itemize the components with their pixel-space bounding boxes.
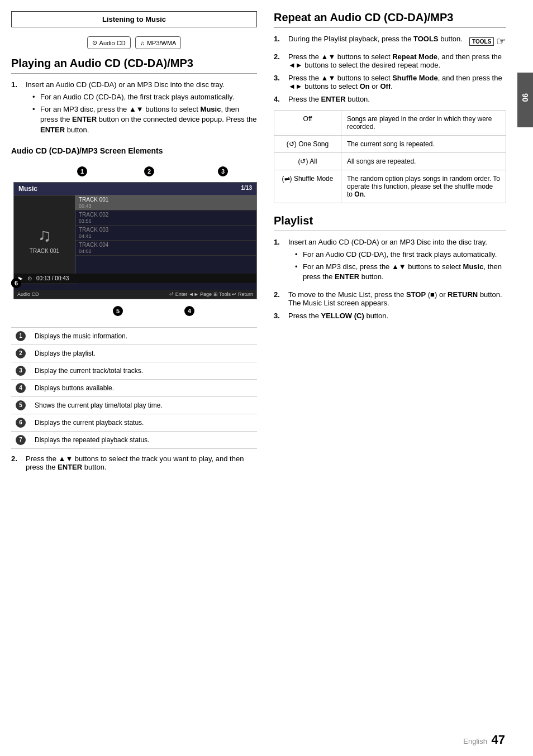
ann-row-6: 6 Displays the current playback status. bbox=[11, 414, 257, 431]
repeat-heading: Repeat an Audio CD (CD-DA)/MP3 bbox=[274, 11, 506, 28]
repeat-step-4-num: 4. bbox=[274, 95, 286, 103]
disc-icon: ⊙ bbox=[27, 275, 32, 281]
tab-chapter-number: 06 bbox=[521, 93, 530, 102]
ann-row-2: 2 Displays the playlist. bbox=[11, 344, 257, 362]
icons-row: ⊙ Audio CD ♫ MP3/WMA bbox=[11, 36, 257, 49]
ann-1-num: 1 bbox=[11, 327, 30, 344]
screen-body: ♫ TRACK 001 TRACK 00100:43 TRACK 00203:5… bbox=[14, 195, 256, 284]
ann-3-num: 3 bbox=[11, 362, 30, 379]
playlist-step-2-num: 2. bbox=[274, 290, 286, 299]
repeat-step-1: 1. During the Playlist playback, press t… bbox=[274, 35, 506, 48]
repeat-step-2-num: 2. bbox=[274, 52, 286, 61]
steps-list-2: 2. Press the ▲▼ buttons to select the tr… bbox=[11, 454, 257, 471]
bullet-2: For an MP3 disc, press the ▲▼ buttons to… bbox=[32, 104, 257, 135]
ann-row-7: 7 Displays the repeated playback status. bbox=[11, 431, 257, 448]
step-1: 1. Insert an Audio CD (CD-DA) or an MP3 … bbox=[11, 80, 257, 138]
screen-header: Music 1/13 bbox=[14, 183, 256, 195]
footer-lang: English bbox=[463, 737, 487, 745]
playlist-step-3-content: Press the YELLOW (C) button. bbox=[288, 312, 388, 320]
mp3-wma-badge: ♫ MP3/WMA bbox=[135, 36, 182, 49]
bottom-bar: Audio CD ⏎ Enter ◄► Page ⊞ Tools ↩ Retur… bbox=[14, 290, 256, 299]
callout-6: 6 bbox=[11, 278, 21, 288]
ann-7-desc: Displays the repeated playback status. bbox=[30, 431, 257, 448]
repeat-step-4: 4. Press the ENTER button. bbox=[274, 95, 506, 103]
step-2-num: 2. bbox=[11, 454, 23, 463]
repeat-row-all: (↺) All All songs are repeated. bbox=[274, 153, 506, 170]
ann-7-num: 7 bbox=[11, 431, 30, 448]
tab-chapter-label: Basic Functions bbox=[512, 78, 518, 122]
music-label: Music bbox=[18, 185, 37, 193]
repeat-step-3-content: Press the ▲▼ buttons to select Shuffle M… bbox=[288, 74, 506, 90]
playlist-section: Playlist 1. Insert an Audio CD (CD-DA) o… bbox=[274, 214, 506, 320]
ann-2-desc: Displays the playlist. bbox=[30, 344, 257, 362]
audio-cd-badge: ⊙ Audio CD bbox=[87, 36, 131, 49]
ann-row-3: 3 Display the current track/total tracks… bbox=[11, 362, 257, 379]
mode-all: (↺) All bbox=[274, 153, 341, 170]
main-content: Listening to Music ⊙ Audio CD ♫ MP3/WMA … bbox=[0, 0, 517, 487]
desc-shuffle: The random option plays songs in random … bbox=[341, 170, 506, 203]
playlist-heading: Playlist bbox=[274, 214, 506, 231]
ann-6-num: 6 bbox=[11, 414, 30, 431]
hand-icon: ☞ bbox=[496, 35, 506, 48]
track-item-3: TRACK 00304:41 bbox=[75, 226, 256, 241]
repeat-steps: 1. During the Playlist playback, press t… bbox=[274, 35, 506, 103]
ann-row-5: 5 Shows the current play time/total play… bbox=[11, 396, 257, 414]
source-label: Audio CD bbox=[17, 291, 39, 297]
step-1-bullets: For an Audio CD (CD-DA), the first track… bbox=[32, 92, 257, 135]
screen-left: ♫ TRACK 001 bbox=[14, 195, 75, 284]
left-track-label: TRACK 001 bbox=[30, 248, 59, 254]
repeat-table: Off Songs are played in the order in whi… bbox=[274, 110, 506, 203]
screen-right: TRACK 00100:43 TRACK 00203:56 TRACK 0030… bbox=[75, 195, 256, 284]
playlist-step-3: 3. Press the YELLOW (C) button. bbox=[274, 312, 506, 320]
sub-heading: Audio CD (CD-DA)/MP3 Screen Elements bbox=[11, 146, 257, 155]
playlist-steps: 1. Insert an Audio CD (CD-DA) or an MP3 … bbox=[274, 238, 506, 320]
diagram-wrapper: 1 2 3 7 6 Music 1/13 bbox=[11, 166, 257, 316]
track-item-1: TRACK 00100:43 bbox=[75, 195, 256, 210]
playlist-step-1-num: 1. bbox=[274, 238, 286, 246]
playlist-step-3-num: 3. bbox=[274, 312, 286, 320]
ann-4-desc: Displays buttons available. bbox=[30, 379, 257, 396]
section-title: Listening to Music bbox=[11, 11, 257, 27]
page-number: 47 bbox=[492, 733, 505, 747]
playlist-step-2: 2. To move to the Music List, press the … bbox=[274, 290, 506, 307]
ann-5-desc: Shows the current play time/total play t… bbox=[30, 396, 257, 414]
time-display: 00:13 / 00:43 bbox=[36, 275, 69, 281]
repeat-row-shuffle: (⇌) Shuffle Mode The random option plays… bbox=[274, 170, 506, 203]
repeat-row-one-song: (↺) One Song The current song is repeate… bbox=[274, 136, 506, 153]
repeat-step-2-content: Press the ▲▼ buttons to select Repeat Mo… bbox=[288, 52, 506, 69]
step-1-content: Insert an Audio CD (CD-DA) or an MP3 Dis… bbox=[26, 80, 257, 138]
audio-cd-label: Audio CD bbox=[99, 40, 126, 46]
ann-6-desc: Displays the current playback status. bbox=[30, 414, 257, 431]
left-main-heading: Playing an Audio CD (CD-DA)/MP3 bbox=[11, 57, 257, 74]
step-2-content: Press the ▲▼ buttons to select the track… bbox=[26, 454, 257, 471]
track-item-2: TRACK 00203:56 bbox=[75, 210, 256, 226]
repeat-step-1-num: 1. bbox=[274, 35, 286, 43]
desc-one-song: The current song is repeated. bbox=[341, 136, 506, 153]
right-column: Repeat an Audio CD (CD-DA)/MP3 1. During… bbox=[268, 11, 506, 476]
step-1-text: Insert an Audio CD (CD-DA) or an MP3 Dis… bbox=[26, 80, 225, 89]
track-item-4: TRACK 00404:02 bbox=[75, 241, 256, 256]
playlist-step-1-content: Insert an Audio CD (CD-DA) or an MP3 Dis… bbox=[288, 238, 506, 286]
repeat-step-1-content: During the Playlist playback, press the … bbox=[288, 35, 506, 48]
steps-list: 1. Insert an Audio CD (CD-DA) or an MP3 … bbox=[11, 80, 257, 138]
side-tab: 06 Basic Functions bbox=[517, 73, 533, 127]
mp3-label: MP3/WMA bbox=[147, 40, 177, 46]
playlist-step-2-content: To move to the Music List, press the STO… bbox=[288, 290, 502, 307]
ann-row-4: 4 Displays buttons available. bbox=[11, 379, 257, 396]
music-note-icon: ♫ bbox=[38, 225, 51, 246]
callout-4: 4 bbox=[184, 306, 194, 316]
callout-3: 3 bbox=[218, 166, 228, 176]
step-1-num: 1. bbox=[11, 80, 23, 89]
mode-one-song: (↺) One Song bbox=[274, 136, 341, 153]
page-footer: English 47 bbox=[463, 733, 505, 747]
playlist-bullet-2: For an MP3 disc, press the ▲▼ buttons to… bbox=[295, 262, 506, 282]
ann-1-desc: Displays the music information. bbox=[30, 327, 257, 344]
track-count: 1/13 bbox=[241, 185, 252, 191]
ann-4-num: 4 bbox=[11, 379, 30, 396]
callout-1: 1 bbox=[77, 166, 87, 176]
button-labels: ⏎ Enter ◄► Page ⊞ Tools ↩ Return bbox=[169, 291, 253, 297]
callout-2: 2 bbox=[144, 166, 154, 176]
left-column: Listening to Music ⊙ Audio CD ♫ MP3/WMA … bbox=[11, 11, 268, 476]
screen-diagram: Music 1/13 ♫ TRACK 001 TRACK 00100:43 bbox=[13, 182, 257, 299]
repeat-step-3: 3. Press the ▲▼ buttons to select Shuffl… bbox=[274, 74, 506, 90]
